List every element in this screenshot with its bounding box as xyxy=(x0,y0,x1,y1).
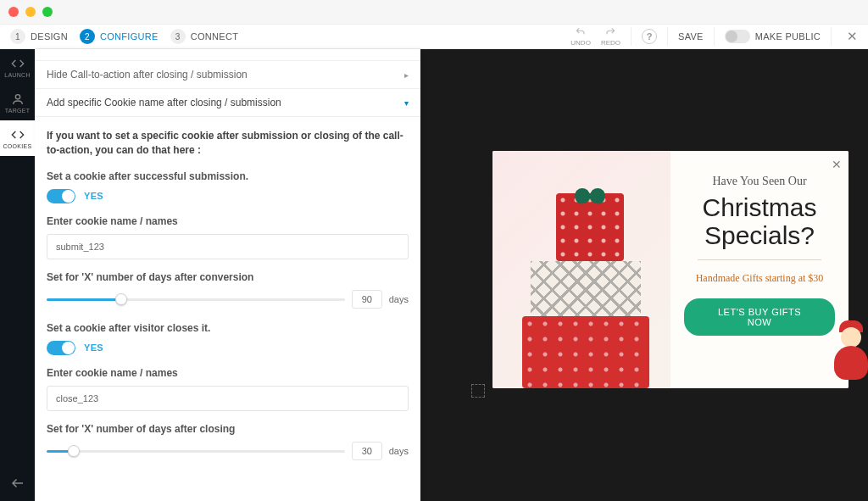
save-button[interactable]: SAVE xyxy=(678,31,704,42)
popup-preview: ✕ Have You Seen Our ChristmasSpecials? H… xyxy=(492,151,849,388)
step-num: 3 xyxy=(170,29,186,44)
step-configure[interactable]: 2 CONFIGURE xyxy=(80,29,159,44)
toolbar-sep xyxy=(831,27,832,46)
accordion-label: Add specific Cookie name after closing /… xyxy=(47,97,281,109)
gift-stack-illustration xyxy=(514,185,649,388)
redo-button[interactable]: REDO xyxy=(601,26,620,47)
submit-cookie-days-label: Set for 'X' number of days after convers… xyxy=(47,271,409,283)
submit-days-value[interactable] xyxy=(352,290,382,309)
config-panel: Hide Call-to-action after closing / subm… xyxy=(35,49,420,501)
caret-down-icon: ▾ xyxy=(404,98,409,108)
close-days-unit: days xyxy=(389,446,409,456)
redo-icon xyxy=(604,26,616,38)
submit-cookie-names-input[interactable] xyxy=(47,234,409,259)
wizard-steps: 1 DESIGN 2 CONFIGURE 3 CONNECT xyxy=(5,29,238,44)
submit-cookie-toggle[interactable] xyxy=(47,189,75,203)
submit-days-slider[interactable] xyxy=(47,291,345,308)
toolbar-sep xyxy=(631,27,632,46)
editor-close-button[interactable]: ✕ xyxy=(842,29,863,44)
sidebar-item-label: LAUNCH xyxy=(4,72,31,78)
popup-close-button[interactable]: ✕ xyxy=(832,158,842,171)
close-cookie-names-label: Enter cookie name / names xyxy=(47,367,409,379)
popup-cta-button[interactable]: LET'S BUY GIFTS NOW xyxy=(684,298,835,336)
close-cookie-days-label: Set for 'X' number of days after closing xyxy=(47,423,409,435)
santa-illustration xyxy=(831,320,868,380)
toggle-track xyxy=(725,30,750,43)
step-num: 2 xyxy=(80,29,95,44)
undo-icon xyxy=(575,26,587,38)
submit-cookie-heading: Set a cookie after successful submission… xyxy=(47,170,409,182)
svg-point-0 xyxy=(15,94,19,98)
toolbar-right: UNDO REDO ? SAVE MAKE PUBLIC ✕ xyxy=(570,26,863,47)
close-days-value[interactable] xyxy=(352,442,382,460)
arrow-left-icon xyxy=(10,476,25,491)
make-public-toggle[interactable]: MAKE PUBLIC xyxy=(725,30,821,43)
accordion-body: If you want to set a specific cookie aft… xyxy=(35,117,420,486)
step-num: 1 xyxy=(10,29,25,44)
redo-label: REDO xyxy=(601,40,620,47)
step-label: DESIGN xyxy=(31,31,68,42)
popup-content: Have You Seen Our ChristmasSpecials? Han… xyxy=(670,151,849,388)
sidebar: LAUNCH TARGET COOKIES xyxy=(0,49,35,501)
step-design[interactable]: 1 DESIGN xyxy=(10,29,68,44)
mac-titlebar xyxy=(0,0,868,24)
toolbar-sep xyxy=(714,27,715,46)
edit-handle-icon[interactable] xyxy=(471,384,485,398)
popup-image xyxy=(492,151,670,388)
sidebar-item-target[interactable]: TARGET xyxy=(0,85,35,120)
code-icon xyxy=(11,57,25,70)
close-days-slider[interactable] xyxy=(47,443,345,459)
undo-button[interactable]: UNDO xyxy=(570,26,591,47)
undo-label: UNDO xyxy=(570,40,591,47)
popup-subhead: Have You Seen Our xyxy=(684,175,835,188)
code-icon xyxy=(11,128,25,142)
submit-cookie-toggle-label: YES xyxy=(84,191,103,201)
sidebar-item-label: TARGET xyxy=(5,108,31,114)
step-label: CONFIGURE xyxy=(100,31,159,42)
preview-canvas: ✕ Have You Seen Our ChristmasSpecials? H… xyxy=(420,49,868,501)
step-connect[interactable]: 3 CONNECT xyxy=(170,29,239,44)
close-cookie-toggle[interactable] xyxy=(47,341,75,355)
chevron-right-icon: ▸ xyxy=(404,70,409,80)
lead-text: If you want to set a specific cookie aft… xyxy=(47,129,409,159)
window-close-dot[interactable] xyxy=(8,7,19,17)
window-min-dot[interactable] xyxy=(25,7,36,17)
sidebar-item-label: COOKIES xyxy=(3,143,32,149)
submit-cookie-names-label: Enter cookie name / names xyxy=(47,215,409,227)
accordion-hide-cta[interactable]: Hide Call-to-action after closing / subm… xyxy=(35,61,420,89)
accordion-add-cookie[interactable]: Add specific Cookie name after closing /… xyxy=(35,89,420,117)
close-cookie-names-input[interactable] xyxy=(47,386,409,411)
sidebar-item-launch[interactable]: LAUNCH xyxy=(0,49,35,85)
window-max-dot[interactable] xyxy=(42,7,53,17)
user-icon xyxy=(11,92,25,106)
popup-title: ChristmasSpecials? xyxy=(684,193,835,249)
submit-days-unit: days xyxy=(389,294,409,304)
popup-offer: Handmade Gifts starting at $30 xyxy=(684,272,835,285)
toolbar-sep xyxy=(667,27,668,46)
sidebar-item-cookies[interactable]: COOKIES xyxy=(0,120,35,156)
accordion-label: Hide Call-to-action after closing / subm… xyxy=(47,69,248,81)
close-cookie-toggle-label: YES xyxy=(84,342,103,353)
sidebar-back-button[interactable] xyxy=(0,465,35,501)
close-cookie-heading: Set a cookie after visitor closes it. xyxy=(47,322,409,334)
make-public-label: MAKE PUBLIC xyxy=(755,31,821,42)
top-toolbar: 1 DESIGN 2 CONFIGURE 3 CONNECT UNDO REDO… xyxy=(0,24,868,49)
step-label: CONNECT xyxy=(191,31,239,42)
popup-divider xyxy=(698,259,821,260)
help-button[interactable]: ? xyxy=(642,29,657,44)
